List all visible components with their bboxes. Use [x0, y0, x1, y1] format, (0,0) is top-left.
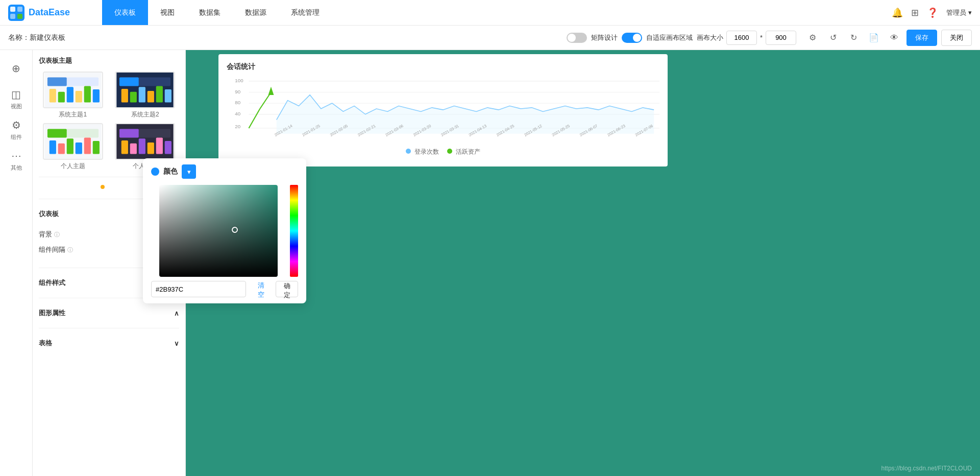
close-button[interactable]: 关闭: [941, 30, 972, 46]
svg-rect-4: [17, 14, 22, 19]
theme-grid: 系统主题1 系统主题2: [39, 72, 179, 171]
svg-text:100: 100: [235, 78, 243, 83]
header-actions: ⚙ ↺ ↻ 📄 👁 保存 关闭: [804, 30, 972, 46]
theme-item-2[interactable]: 系统主题2: [111, 72, 180, 119]
svg-rect-37: [139, 138, 145, 154]
svg-rect-38: [148, 142, 154, 154]
settings-icon-btn[interactable]: ⚙: [804, 30, 821, 46]
legend-dot-asset: [447, 149, 452, 154]
spacing-info-icon[interactable]: ⓘ: [67, 246, 73, 254]
nav-menu: 仪表板 视图 数据集 数据源 系统管理: [102, 0, 892, 25]
bell-icon[interactable]: 🔔: [892, 7, 903, 18]
canvas-width-input[interactable]: [726, 31, 757, 45]
svg-rect-12: [84, 86, 90, 102]
svg-rect-18: [130, 92, 137, 103]
add-circle-icon: ⊕: [12, 62, 20, 75]
color-spectrum-bar[interactable]: [290, 185, 298, 277]
logo-area: DataEase: [0, 5, 102, 21]
help-icon[interactable]: ❓: [927, 7, 938, 18]
svg-text:90: 90: [235, 89, 240, 94]
chart-title: 会话统计: [227, 62, 659, 72]
sidebar-icon-view[interactable]: ◫ 视图: [2, 85, 31, 113]
save-button[interactable]: 保存: [906, 30, 937, 46]
canvas-size-group: 画布大小 *: [697, 31, 796, 45]
color-clear-button[interactable]: 清空: [250, 281, 272, 297]
legend-label-asset: 活跃资产: [456, 148, 480, 155]
theme-item-3[interactable]: 个人主题: [39, 123, 107, 171]
save-file-icon-btn[interactable]: 📄: [866, 30, 882, 46]
svg-text:80: 80: [235, 100, 240, 105]
theme-name-2: 系统主题2: [131, 110, 159, 119]
table-section-label: 表格: [39, 339, 52, 348]
svg-rect-19: [139, 87, 145, 102]
nav-item-datasource[interactable]: 数据源: [233, 0, 279, 25]
adaptive-label: 自适应画布区域: [646, 33, 693, 42]
color-hex-input[interactable]: [151, 281, 246, 297]
color-gradient-area[interactable]: [159, 185, 278, 277]
chart-legend: 登录次数 活跃资产: [227, 148, 659, 156]
nav-item-dataset[interactable]: 数据集: [187, 0, 233, 25]
dot-indicator: [101, 185, 105, 189]
svg-rect-9: [58, 92, 64, 103]
svg-rect-30: [84, 137, 90, 154]
chart-prop-chevron: ∧: [174, 310, 179, 317]
preview-icon-btn[interactable]: 👁: [886, 30, 902, 46]
color-gradient-dark: [159, 185, 278, 277]
sidebar-icon-component[interactable]: ⚙ 组件: [2, 115, 31, 144]
svg-rect-28: [66, 138, 73, 154]
sub-header: 名称：新建仪表板 矩阵设计 自适应画布区域 画布大小 * ⚙ ↺ ↻ 📄 👁 保…: [0, 26, 980, 50]
nav-item-dashboard[interactable]: 仪表板: [102, 0, 148, 25]
spacing-label: 组件间隔 ⓘ: [39, 245, 73, 254]
color-confirm-button[interactable]: 确定: [276, 281, 298, 297]
apps-icon[interactable]: ⊞: [911, 7, 919, 18]
svg-rect-3: [10, 14, 15, 19]
theme-panel-title: 仪表板主题: [39, 56, 179, 65]
table-section[interactable]: 表格 ∨: [39, 335, 179, 352]
color-dot-blue: [151, 168, 159, 176]
chart-svg: 100 90 80 40 20: [227, 76, 659, 142]
top-navigation: DataEase 仪表板 视图 数据集 数据源 系统管理 🔔 ⊞ ❓ 管理员 ▾: [0, 0, 980, 26]
panel-divider-5: [39, 328, 179, 328]
dashboard-section-label: 仪表板: [39, 209, 59, 219]
color-picker-popup: 颜色 ▾ 清空 确定: [143, 158, 306, 303]
svg-rect-2: [17, 7, 22, 12]
canvas-height-input[interactable]: [766, 31, 796, 45]
color-footer: 清空 确定: [143, 277, 306, 297]
chart-prop-section[interactable]: 图形属性 ∧: [39, 304, 179, 322]
nav-item-view[interactable]: 视图: [148, 0, 187, 25]
matrix-design-label: 矩阵设计: [591, 33, 618, 42]
svg-rect-17: [121, 89, 128, 102]
refresh-icon-btn[interactable]: ↺: [825, 30, 841, 46]
admin-user[interactable]: 管理员 ▾: [946, 8, 972, 17]
adaptive-toggle[interactable]: [622, 33, 642, 43]
theme-name-1: 系统主题1: [59, 110, 87, 119]
color-dropdown-btn[interactable]: ▾: [182, 164, 196, 179]
chart-widget: 会话统计 100 90 80 40 20: [218, 54, 668, 166]
theme-name-3: 个人主题: [61, 162, 85, 171]
svg-rect-27: [58, 144, 64, 154]
sidebar-icon-other[interactable]: ⋯ 其他: [2, 146, 31, 175]
theme-item-1[interactable]: 系统主题1: [39, 72, 107, 119]
legend-label-login: 登录次数: [414, 148, 439, 155]
color-picker-body: [151, 185, 298, 277]
canvas-size-label: 画布大小: [697, 33, 723, 42]
svg-rect-34: [119, 129, 139, 137]
svg-rect-22: [165, 89, 172, 103]
legend-dot-login: [406, 149, 411, 154]
matrix-design-toggle[interactable]: [567, 33, 587, 43]
reset-icon-btn[interactable]: ↻: [845, 30, 862, 46]
svg-text:20: 20: [235, 124, 240, 129]
color-picker-label: 颜色: [163, 167, 178, 176]
svg-rect-39: [156, 137, 163, 154]
view-icon: ◫: [11, 88, 21, 101]
svg-rect-10: [66, 87, 73, 102]
adaptive-toggle-knob: [633, 34, 641, 42]
logo-icon: [8, 5, 24, 21]
svg-line-51: [249, 109, 260, 128]
svg-rect-13: [92, 89, 99, 103]
svg-rect-26: [49, 140, 56, 154]
nav-item-sysadmin[interactable]: 系统管理: [279, 0, 332, 25]
svg-rect-25: [47, 129, 67, 137]
bg-info-icon[interactable]: ⓘ: [54, 231, 60, 239]
sidebar-icon-add[interactable]: ⊕: [2, 54, 31, 83]
